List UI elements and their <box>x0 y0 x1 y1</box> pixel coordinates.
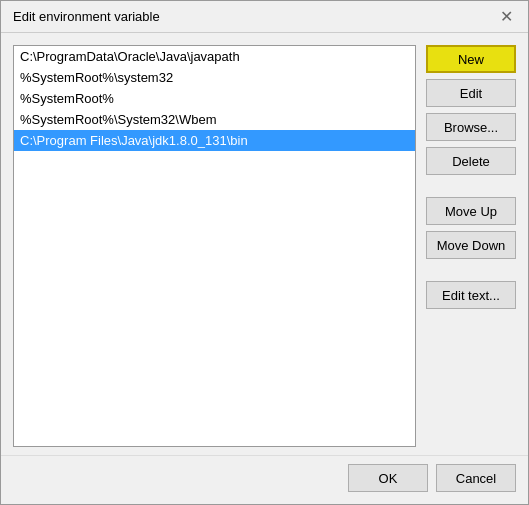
list-item[interactable]: %SystemRoot%\System32\Wbem <box>14 109 415 130</box>
dialog-footer: OK Cancel <box>1 455 528 504</box>
list-item[interactable] <box>14 171 415 191</box>
edit-text-button[interactable]: Edit text... <box>426 281 516 309</box>
list-item[interactable] <box>14 271 415 291</box>
action-buttons: New Edit Browse... Delete Move Up Move D… <box>426 45 516 447</box>
list-item[interactable]: C:\Program Files\Java\jdk1.8.0_131\bin <box>14 130 415 151</box>
list-item[interactable] <box>14 211 415 231</box>
list-item[interactable]: %SystemRoot% <box>14 88 415 109</box>
list-item[interactable] <box>14 231 415 251</box>
title-bar: Edit environment variable ✕ <box>1 1 528 33</box>
list-item[interactable] <box>14 291 415 311</box>
list-item[interactable]: %SystemRoot%\system32 <box>14 67 415 88</box>
dialog: Edit environment variable ✕ C:\ProgramDa… <box>0 0 529 505</box>
edit-button[interactable]: Edit <box>426 79 516 107</box>
dialog-body: C:\ProgramData\Oracle\Java\javapath%Syst… <box>1 33 528 455</box>
list-item[interactable] <box>14 191 415 211</box>
dialog-title: Edit environment variable <box>13 9 160 24</box>
browse-button[interactable]: Browse... <box>426 113 516 141</box>
list-item[interactable] <box>14 251 415 271</box>
move-down-button[interactable]: Move Down <box>426 231 516 259</box>
list-item[interactable] <box>14 331 415 351</box>
new-button[interactable]: New <box>426 45 516 73</box>
move-up-button[interactable]: Move Up <box>426 197 516 225</box>
ok-button[interactable]: OK <box>348 464 428 492</box>
env-variable-list[interactable]: C:\ProgramData\Oracle\Java\javapath%Syst… <box>13 45 416 447</box>
cancel-button[interactable]: Cancel <box>436 464 516 492</box>
list-item[interactable] <box>14 311 415 331</box>
list-item[interactable] <box>14 151 415 171</box>
close-button[interactable]: ✕ <box>496 7 516 27</box>
list-item[interactable]: C:\ProgramData\Oracle\Java\javapath <box>14 46 415 67</box>
delete-button[interactable]: Delete <box>426 147 516 175</box>
